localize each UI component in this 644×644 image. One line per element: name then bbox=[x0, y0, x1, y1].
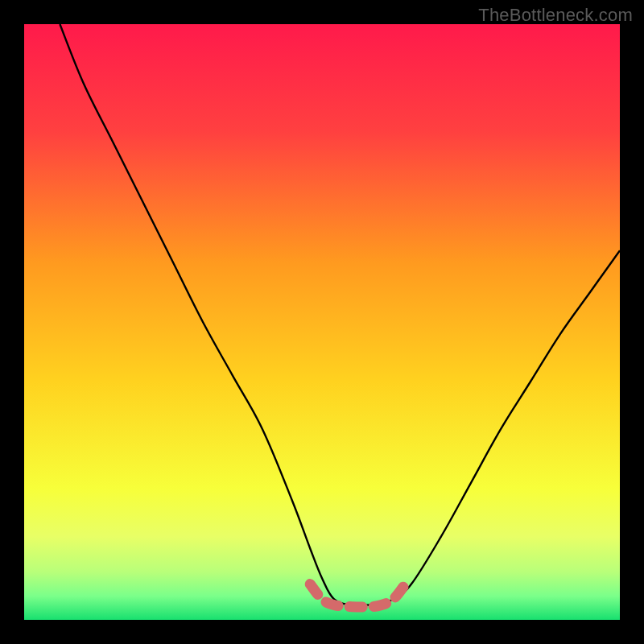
chart-frame: TheBottleneck.com bbox=[0, 0, 644, 644]
gradient-background bbox=[24, 24, 620, 620]
bottleneck-chart bbox=[24, 24, 620, 620]
plot-area bbox=[24, 24, 620, 620]
watermark-text: TheBottleneck.com bbox=[478, 5, 633, 26]
